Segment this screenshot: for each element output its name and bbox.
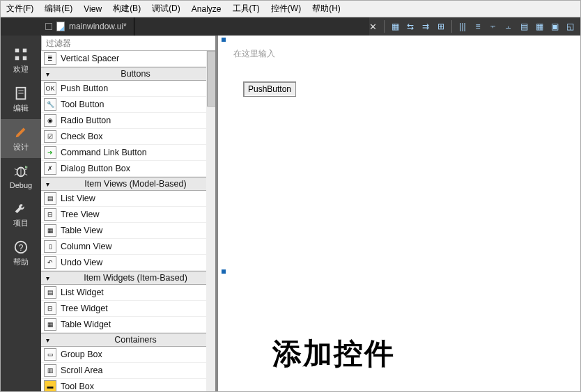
help-icon: ? — [13, 240, 29, 255]
chevron-down-icon: ▾ — [41, 274, 54, 282]
table-icon: ▦ — [44, 224, 56, 237]
svg-rect-2 — [15, 56, 20, 61]
adjust-size-icon[interactable]: ◱ — [564, 20, 576, 33]
tree-icon: ⊟ — [44, 208, 56, 221]
list-icon: ▤ — [44, 192, 56, 205]
scroll-icon: ▥ — [44, 364, 56, 377]
widget-vertical-spacer[interactable]: ≣Vertical Spacer — [41, 51, 217, 67]
widget-command-link[interactable]: ➜Command Link Button — [41, 145, 217, 161]
widget-column-view[interactable]: ▯Column View — [41, 239, 217, 255]
spring-icon: ≣ — [44, 52, 56, 65]
svg-rect-3 — [23, 56, 27, 61]
svg-rect-0 — [15, 49, 20, 53]
filter-input[interactable] — [41, 36, 217, 51]
menu-tools[interactable]: 工具(T) — [227, 1, 265, 17]
group-containers[interactable]: ▾Containers — [41, 333, 217, 347]
radio-icon: ◉ — [44, 114, 56, 127]
tab-filename: mainwindow.ui* — [69, 22, 127, 31]
document-tab[interactable]: mainwindow.ui* — [41, 17, 134, 36]
widget-table-widget[interactable]: ▦Table Widget — [41, 317, 217, 333]
widget-radio-button[interactable]: ◉Radio Button — [41, 113, 217, 129]
arrow-icon: ➜ — [44, 146, 56, 159]
chevron-down-icon: ▾ — [41, 70, 54, 78]
break-layout-icon[interactable]: ▣ — [548, 20, 561, 33]
form-area[interactable]: 在这里输入 PushButton — [224, 40, 580, 301]
widget-box-panel: ≣Vertical Spacer ▾Buttons OKPush Button … — [41, 36, 218, 391]
chevron-down-icon: ▾ — [41, 180, 54, 188]
widget-list-widget[interactable]: ▤List Widget — [41, 285, 217, 301]
widget-tool-button[interactable]: 🔧Tool Button — [41, 97, 217, 113]
wrench-icon — [13, 201, 29, 216]
document-tab-bar: mainwindow.ui* ✕ ▦ ⇆ ⇉ ⊞ ||| ≡ ⫟ ⫠ ▤ ▦ ▣… — [1, 17, 580, 36]
layout-horiz-split-icon[interactable]: ⫟ — [487, 20, 499, 33]
menu-build[interactable]: 构建(B) — [107, 1, 146, 17]
menu-view[interactable]: View — [78, 2, 107, 16]
resize-handle[interactable] — [222, 269, 226, 274]
dialog-icon: ✗ — [44, 162, 56, 175]
chevron-down-icon: ▾ — [41, 336, 54, 344]
group-buttons[interactable]: ▾Buttons — [41, 67, 217, 81]
menu-help[interactable]: 帮助(H) — [307, 1, 346, 17]
ui-file-icon — [56, 22, 65, 31]
widget-tree-view[interactable]: ⊟Tree View — [41, 207, 217, 223]
svg-rect-1 — [23, 49, 27, 53]
widget-scroll-area[interactable]: ▥Scroll Area — [41, 363, 217, 379]
mode-sidebar: 欢迎 编辑 设计 ▸ Debug 项目 ? 帮助 — [1, 36, 41, 391]
sidebar-design[interactable]: 设计 — [1, 119, 41, 158]
bug-icon: ▸ — [13, 164, 29, 179]
widget-dialog-button-box[interactable]: ✗Dialog Button Box — [41, 161, 217, 177]
menu-analyze[interactable]: Analyze — [186, 2, 227, 16]
sidebar-welcome[interactable]: 欢迎 — [1, 41, 41, 80]
undo-icon: ↶ — [44, 256, 56, 269]
layout-form-icon[interactable]: ▤ — [518, 20, 530, 33]
menu-edit[interactable]: 编辑(E) — [39, 1, 78, 17]
widget-tool-box[interactable]: ▬Tool Box — [41, 379, 217, 391]
sidebar-debug[interactable]: ▸ Debug — [1, 158, 41, 195]
widget-list: ≣Vertical Spacer ▾Buttons OKPush Button … — [41, 51, 217, 391]
overlay-caption: 添加控件 — [272, 334, 395, 373]
ok-icon: OK — [44, 82, 56, 95]
menu-bar: 文件(F) 编辑(E) View 构建(B) 调试(D) Analyze 工具(… — [1, 1, 580, 17]
group-item-widgets[interactable]: ▾Item Widgets (Item-Based) — [41, 271, 217, 285]
design-canvas-wrap: 在这里输入 PushButton 添加控件 — [218, 36, 580, 391]
toolbox-icon: ▬ — [44, 380, 56, 391]
sidebar-project[interactable]: 项目 — [1, 195, 41, 234]
close-icon[interactable]: ✕ — [369, 22, 380, 32]
widget-check-box[interactable]: ☑Check Box — [41, 129, 217, 145]
sidebar-edit[interactable]: 编辑 — [1, 80, 41, 119]
widget-undo-view[interactable]: ↶Undo View — [41, 255, 217, 271]
resize-handle[interactable] — [222, 38, 226, 42]
dock-icon — [45, 23, 52, 30]
layout-grid-icon[interactable]: ▦ — [533, 20, 545, 33]
list-icon: ▤ — [44, 286, 56, 299]
edit-tab-order-icon[interactable]: ⊞ — [435, 20, 447, 33]
widget-list-view[interactable]: ▤List View — [41, 191, 217, 207]
check-icon: ☑ — [44, 130, 56, 143]
layout-horiz-icon[interactable]: ||| — [456, 20, 469, 33]
designer-toolbar: ✕ ▦ ⇆ ⇉ ⊞ ||| ≡ ⫟ ⫠ ▤ ▦ ▣ ◱ — [369, 17, 580, 36]
document-icon — [13, 86, 29, 101]
widget-table-view[interactable]: ▦Table View — [41, 223, 217, 239]
design-canvas[interactable]: 在这里输入 PushButton 添加控件 — [218, 36, 580, 391]
edit-widgets-icon[interactable]: ▦ — [389, 20, 401, 33]
tool-icon: 🔧 — [44, 98, 56, 111]
layout-vert-icon[interactable]: ≡ — [472, 20, 484, 33]
widget-push-button[interactable]: OKPush Button — [41, 81, 217, 97]
pushbutton-widget[interactable]: PushButton — [243, 81, 296, 97]
pencil-icon — [13, 125, 29, 140]
table-icon: ▦ — [44, 318, 56, 331]
svg-text:?: ? — [19, 243, 24, 253]
group-item-views[interactable]: ▾Item Views (Model-Based) — [41, 177, 217, 191]
menu-debug[interactable]: 调试(D) — [146, 1, 186, 17]
edit-signals-icon[interactable]: ⇆ — [404, 20, 417, 33]
sidebar-help[interactable]: ? 帮助 — [1, 234, 41, 273]
menu-file[interactable]: 文件(F) — [1, 1, 39, 17]
menu-widgets[interactable]: 控件(W) — [265, 1, 307, 17]
widget-tree-widget[interactable]: ⊟Tree Widget — [41, 301, 217, 317]
type-here-placeholder[interactable]: 在这里输入 — [233, 48, 275, 60]
widget-group-box[interactable]: ▭Group Box — [41, 347, 217, 363]
grid-icon — [13, 47, 29, 62]
layout-vert-split-icon[interactable]: ⫠ — [502, 20, 515, 33]
edit-buddies-icon[interactable]: ⇉ — [419, 20, 432, 33]
groupbox-icon: ▭ — [44, 348, 56, 361]
